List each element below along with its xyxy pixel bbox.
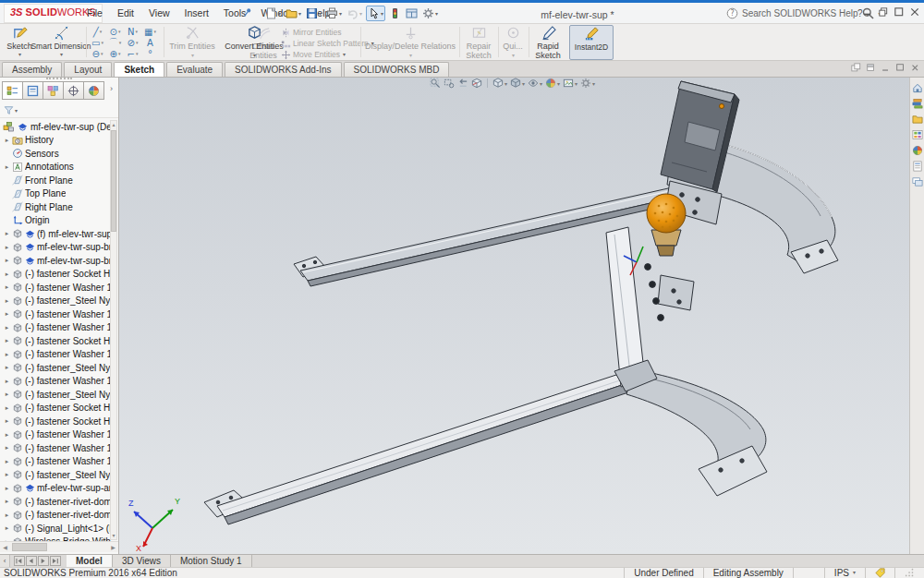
- tree-item--fastener-steel-nylon-in[interactable]: ▸(-) fastener_Steel Nylon-In: [0, 295, 112, 308]
- menu-insert[interactable]: Insert: [185, 7, 209, 18]
- tree-item-mf-elev-twr-sup-brack[interactable]: ▸mf-elev-twr-sup-brack: [0, 254, 112, 268]
- nav-last-icon[interactable]: [50, 556, 61, 566]
- spline-tool-icon[interactable]: N▾: [124, 26, 141, 37]
- expander-icon[interactable]: ▸: [3, 271, 11, 278]
- tab-layout[interactable]: Layout: [64, 62, 112, 77]
- expander-icon[interactable]: ▸: [3, 351, 11, 358]
- trim-entities-button[interactable]: Trim Entities ▾: [166, 25, 218, 60]
- model-center-post[interactable]: [606, 227, 657, 391]
- view-settings-icon[interactable]: ▾: [580, 78, 595, 89]
- tree-horizontal-scrollbar[interactable]: ◀ ▶: [0, 541, 118, 552]
- pin-icon[interactable]: [242, 7, 252, 18]
- quick-snaps-button[interactable]: Qui... ▾: [500, 25, 526, 60]
- window-restore-icon[interactable]: [878, 6, 889, 18]
- doc-restore-icon[interactable]: [866, 63, 876, 73]
- nav-prev-icon[interactable]: [26, 556, 37, 566]
- tree-item--fastener-socket-head-c[interactable]: ▸(-) fastener Socket Head C: [0, 402, 112, 415]
- expander-icon[interactable]: ▸: [3, 458, 11, 465]
- propertymanager-tab-icon[interactable]: [22, 81, 43, 100]
- filter-dropdown-icon[interactable]: ▾: [15, 107, 18, 114]
- sketch-dropdown-icon[interactable]: ▾: [18, 51, 21, 57]
- tree-item--fastener-steel-nylon-in[interactable]: ▸(-) fastener_Steel Nylon-In: [0, 361, 112, 375]
- rapid-sketch-button[interactable]: RapidSketch: [531, 25, 565, 60]
- tree-item--fastener-rivet-domed-[interactable]: ▸(-) fastener-rivet-domed (: [0, 509, 112, 523]
- tab-sketch[interactable]: Sketch: [114, 62, 164, 77]
- tree-item-right-plane[interactable]: Right Plane: [0, 200, 112, 214]
- expander-icon[interactable]: ▸: [3, 257, 11, 264]
- expander-icon[interactable]: ▸: [3, 364, 11, 371]
- view-orientation-icon[interactable]: ▾: [492, 78, 507, 89]
- resize-grip[interactable]: [894, 568, 924, 578]
- featuremanager-tab-icon[interactable]: [2, 81, 23, 100]
- expander-icon[interactable]: ▸: [3, 404, 11, 412]
- filter-funnel-icon[interactable]: [4, 105, 14, 115]
- expander-icon[interactable]: ▸: [3, 378, 11, 385]
- pane-splitter-icon[interactable]: ‹: [0, 555, 10, 567]
- scroll-right-icon[interactable]: ▶: [108, 544, 118, 550]
- doc-close-icon[interactable]: [910, 63, 920, 73]
- text-tool-icon[interactable]: A: [141, 37, 159, 48]
- model-upper-bar[interactable]: [294, 185, 694, 286]
- chamfer-tool-icon[interactable]: °: [141, 48, 159, 59]
- apply-scene-icon[interactable]: ▾: [563, 78, 578, 89]
- rebuild-icon[interactable]: [388, 6, 402, 20]
- tree-item-mf-elev-twr-sup-brack[interactable]: ▸mf-elev-twr-sup-brack: [0, 241, 112, 255]
- doc-maximize-icon[interactable]: [895, 63, 906, 73]
- model-post-hardware[interactable]: [645, 264, 694, 321]
- model-lower-right-bar[interactable]: [626, 369, 767, 496]
- zoom-area-icon[interactable]: [444, 78, 455, 89]
- expander-icon[interactable]: ▸: [3, 498, 11, 505]
- doc-cascade-icon[interactable]: [851, 63, 861, 73]
- design-library-icon[interactable]: [911, 97, 924, 110]
- tree-item-front-plane[interactable]: Front Plane: [0, 174, 112, 187]
- dimxpert-tab-icon[interactable]: [63, 81, 84, 100]
- solidworks-resources-icon[interactable]: [911, 81, 924, 94]
- expander-icon[interactable]: ▸: [3, 324, 11, 331]
- search-placeholder[interactable]: Search SOLIDWORKS Help: [742, 8, 858, 18]
- slot-tool-icon[interactable]: ⊖▾: [89, 48, 106, 59]
- expander-icon[interactable]: ▸: [3, 230, 11, 237]
- tree-item-sensors[interactable]: Sensors: [0, 147, 112, 161]
- tree-item--fastener-rivet-domed-[interactable]: ▸(-) fastener-rivet-domed (: [0, 495, 112, 509]
- print-icon[interactable]: ▾: [325, 6, 343, 20]
- menu-file[interactable]: File: [87, 7, 103, 18]
- solidworks-forum-icon[interactable]: [911, 175, 924, 188]
- scroll-down-icon[interactable]: ▾: [111, 532, 116, 539]
- doc-tab-3d-views[interactable]: 3D Views: [113, 555, 171, 567]
- tree-item--fastener-washer-1-4in-s[interactable]: ▸(-) fastener Washer 1-4in S: [0, 441, 112, 455]
- window-close-icon[interactable]: [909, 6, 920, 18]
- expander-icon[interactable]: ▸: [3, 297, 11, 305]
- 3d-sketch-icon[interactable]: ▦▾: [141, 26, 159, 37]
- tree-item--fastener-washer-1-4in-s[interactable]: ▸(-) fastener Washer 1-4in S: [0, 375, 112, 389]
- tree-vertical-scrollbar[interactable]: ▴ ▾: [110, 120, 117, 540]
- expander-icon[interactable]: ▸: [3, 283, 11, 291]
- expander-icon[interactable]: ▸: [3, 244, 11, 251]
- expander-icon[interactable]: ▸: [3, 163, 11, 171]
- tag-button[interactable]: [865, 568, 894, 578]
- view-palette-icon[interactable]: [911, 128, 924, 141]
- menu-edit[interactable]: Edit: [117, 7, 134, 18]
- tree-item-origin[interactable]: Origin: [0, 214, 112, 228]
- scroll-left-icon[interactable]: ◀: [0, 544, 10, 550]
- expander-icon[interactable]: ▸: [3, 391, 11, 398]
- arc-tool-icon[interactable]: ⌒▾: [106, 37, 124, 48]
- tree-item-annotations[interactable]: ▸Annotations: [0, 161, 112, 175]
- move-entities-button[interactable]: Move Entities▾: [281, 49, 357, 60]
- tree-root[interactable]: mf-elev-twr-sup (Default<: [0, 120, 112, 134]
- tree-item--fastener-washer-1-4in-s[interactable]: ▸(-) fastener Washer 1-4in S: [0, 321, 112, 335]
- tree-item-history[interactable]: ▸History: [0, 134, 112, 148]
- tree-item-top-plane[interactable]: Top Plane: [0, 187, 112, 201]
- scrollbar-thumb[interactable]: [12, 543, 47, 551]
- manager-tabs-overflow-icon[interactable]: ›: [110, 84, 113, 93]
- custom-properties-icon[interactable]: [911, 160, 924, 173]
- expander-icon[interactable]: ▸: [3, 337, 11, 344]
- section-view-icon[interactable]: [471, 78, 482, 89]
- expander-icon[interactable]: ▸: [3, 137, 11, 144]
- open-document-icon[interactable]: ▾: [285, 6, 302, 20]
- expander-icon[interactable]: ▸: [3, 431, 11, 439]
- tree-item--f-mf-elev-twr-sup-fra[interactable]: ▸(f) mf-elev-twr-sup-fra: [0, 227, 112, 241]
- new-document-icon[interactable]: ▾: [264, 6, 282, 20]
- scrollbar-track[interactable]: [10, 542, 108, 552]
- file-explorer-icon[interactable]: [911, 113, 924, 126]
- tree-item--fastener-socket-head-c[interactable]: ▸(-) fastener Socket Head C: [0, 268, 112, 282]
